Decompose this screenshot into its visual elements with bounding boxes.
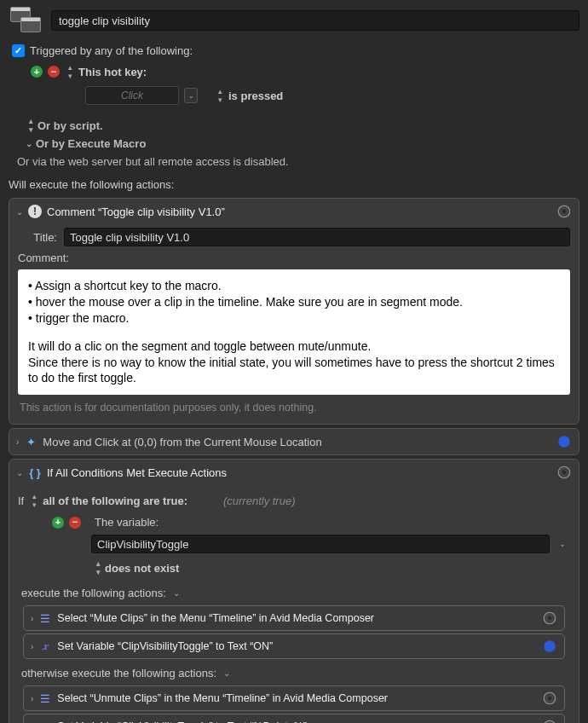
chevron-right-icon[interactable]: › — [31, 614, 33, 623]
remove-condition-button[interactable]: − — [69, 517, 81, 529]
hotkey-input[interactable] — [85, 86, 179, 105]
if-action[interactable]: ⌄ { } If All Conditions Met Execute Acti… — [9, 459, 579, 723]
chevron-right-icon[interactable]: › — [31, 642, 33, 651]
macro-icon — [9, 5, 43, 36]
move-click-label: Move and Click at (0,0) from the Current… — [43, 436, 551, 448]
sort-arrows-icon[interactable] — [215, 87, 223, 104]
if-action-title: If All Conditions Met Execute Actions — [47, 466, 551, 479]
else-action-2[interactable]: › 𝒙 Set Variable “ClipVisibilityToggle” … — [23, 714, 565, 723]
then-exec-label: execute the following actions: — [21, 587, 166, 599]
sort-arrows-icon[interactable] — [29, 492, 37, 509]
comment-body[interactable]: • Assign a shortcut key to the macro. • … — [18, 269, 570, 395]
chevron-down-icon[interactable]: ⌄ — [26, 139, 32, 148]
svg-point-1 — [562, 210, 567, 214]
move-click-action[interactable]: › ✦ Move and Click at (0,0) from the Cur… — [9, 428, 579, 455]
gear-icon[interactable] — [556, 204, 572, 219]
chevron-down-icon[interactable]: ⌄ — [173, 588, 180, 598]
gear-icon[interactable] — [542, 610, 557, 626]
variable-icon: 𝒙 — [38, 720, 52, 723]
svg-point-11 — [548, 697, 552, 701]
menu-icon: ☰ — [38, 611, 52, 625]
comment-line: • hover the mouse over a clip in the tim… — [28, 294, 560, 310]
gear-icon[interactable] — [556, 434, 572, 449]
execute-actions-label: Will execute the following actions: — [0, 171, 588, 196]
remove-trigger-button[interactable]: − — [48, 66, 60, 78]
hotkey-label: This hot key: — [78, 66, 147, 78]
title-label: Title: — [18, 231, 57, 244]
comment-label: Comment: — [18, 252, 78, 264]
svg-point-3 — [562, 440, 567, 444]
then-1-label: Select “Mute Clips” in the Menu “Timelin… — [57, 612, 537, 624]
add-trigger-button[interactable]: + — [31, 66, 43, 78]
chevron-down-icon[interactable]: ⌄ — [16, 468, 23, 477]
triggered-checkbox[interactable]: ✓ — [12, 44, 25, 57]
gear-icon[interactable] — [556, 465, 572, 480]
sort-arrows-icon[interactable] — [26, 117, 34, 134]
then-action-2[interactable]: › 𝒙 Set Variable “ClipVisibilityToggle” … — [23, 633, 565, 659]
sort-arrows-icon[interactable] — [65, 63, 73, 80]
comment-title-input[interactable] — [64, 228, 570, 246]
svg-point-5 — [562, 471, 567, 475]
svg-point-9 — [548, 645, 552, 649]
hotkey-dropdown[interactable]: ⌄ — [184, 88, 198, 103]
variable-dropdown[interactable]: ⌄ — [555, 536, 570, 552]
comment-line: • Assign a shortcut key to the macro. — [28, 278, 560, 294]
else-exec-label: otherwise execute the following actions: — [21, 667, 216, 680]
triggered-label: Triggered by any of the following: — [30, 44, 193, 57]
chevron-down-icon[interactable]: ⌄ — [16, 207, 23, 217]
wand-icon: ✦ — [24, 435, 37, 448]
if-word: If — [18, 495, 24, 507]
macro-name-input[interactable] — [51, 10, 579, 31]
does-not-exist-label: does not exist — [105, 562, 179, 575]
or-script-label: Or by script. — [37, 119, 103, 132]
then-2-label: Set Variable “ClipVisibilityToggle” to T… — [57, 640, 537, 652]
comment-line: • trigger the macro. — [28, 310, 560, 327]
doc-note: This action is for documentation purpose… — [18, 395, 570, 415]
comment-line: It will do a clic on the segment and tog… — [28, 338, 560, 355]
else-1-label: Select “Unmute Clips” in the Menu “Timel… — [57, 692, 537, 704]
currently-label: (currently true) — [223, 495, 296, 507]
sort-arrows-icon[interactable] — [93, 559, 101, 576]
add-condition-button[interactable]: + — [52, 517, 64, 529]
menu-icon: ☰ — [38, 691, 52, 705]
variable-name-input[interactable] — [91, 535, 550, 553]
or-web-label: Or via the web server but all remote acc… — [0, 152, 588, 171]
chevron-down-icon[interactable]: ⌄ — [223, 668, 230, 678]
svg-point-7 — [548, 616, 552, 621]
gear-icon[interactable] — [542, 719, 557, 723]
else-action-1[interactable]: › ☰ Select “Unmute Clips” in the Menu “T… — [23, 685, 565, 711]
variable-label: The variable: — [95, 516, 159, 529]
then-action-1[interactable]: › ☰ Select “Mute Clips” in the Menu “Tim… — [23, 605, 565, 631]
gear-icon[interactable] — [542, 639, 557, 654]
comment-line: Since there is no way to know the initia… — [28, 355, 560, 387]
or-execute-macro-label: Or by Execute Macro — [36, 137, 146, 150]
chevron-right-icon[interactable]: › — [31, 694, 33, 703]
chevron-right-icon[interactable]: › — [16, 437, 19, 447]
braces-icon: { } — [28, 466, 42, 479]
all-true-label: all of the following are true: — [43, 495, 187, 507]
comment-action-title: Comment “Toggle clip visibility V1.0” — [47, 205, 551, 218]
comment-action[interactable]: ⌄ ! Comment “Toggle clip visibility V1.0… — [9, 198, 579, 425]
is-pressed-label: is pressed — [228, 90, 283, 102]
exclamation-icon: ! — [28, 205, 42, 218]
variable-icon: 𝒙 — [38, 639, 52, 653]
gear-icon[interactable] — [542, 691, 557, 706]
